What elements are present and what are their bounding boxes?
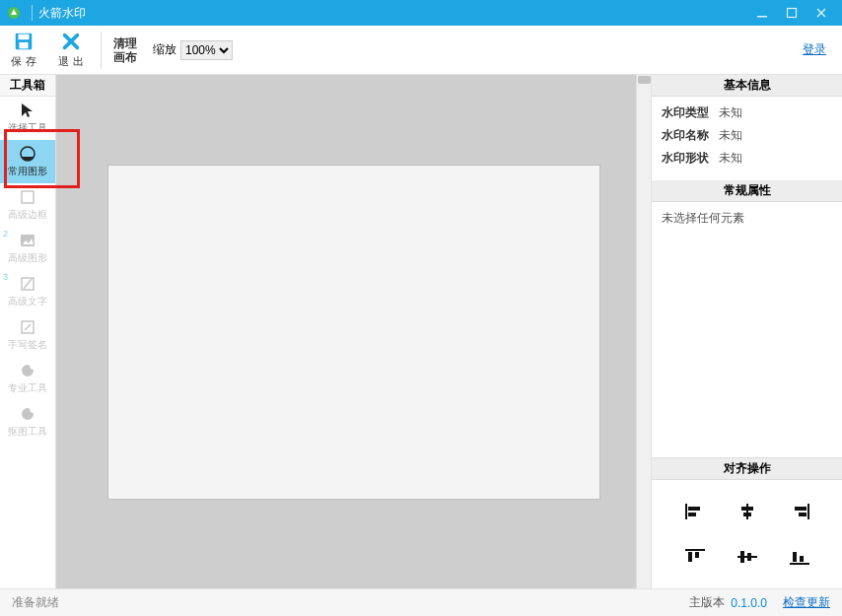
svg-rect-28 — [800, 556, 804, 562]
exit-button[interactable]: 退 出 — [47, 26, 95, 75]
pen-icon — [19, 318, 36, 336]
exit-label: 退 出 — [58, 54, 83, 69]
clear-line2: 画布 — [113, 50, 137, 64]
save-label: 保 存 — [11, 54, 35, 69]
svg-rect-21 — [688, 552, 692, 562]
normal-props-header: 常规属性 — [652, 180, 842, 202]
align-left-button[interactable] — [671, 492, 718, 531]
prop-value: 未知 — [719, 104, 742, 121]
toolbox-sidebar: 工具箱 选择工具 常用图形 高级边框 2 高级图形 3 高级文字 手写签名 — [0, 75, 56, 588]
toolbox-header: 工具箱 — [0, 75, 55, 97]
close-icon — [60, 31, 82, 52]
tool-label: 常用图形 — [8, 165, 47, 178]
image-icon — [19, 232, 36, 249]
svg-rect-24 — [740, 551, 744, 563]
prop-label: 水印名称 — [662, 127, 719, 144]
svg-rect-16 — [743, 513, 751, 516]
prop-row-type: 水印类型 未知 — [662, 104, 832, 121]
vertical-scrollbar[interactable] — [636, 75, 651, 588]
check-update-link[interactable]: 检查更新 — [783, 594, 830, 611]
basic-info-header: 基本信息 — [652, 75, 842, 97]
tool-label: 专业工具 — [8, 381, 47, 395]
svg-rect-13 — [688, 513, 696, 516]
cursor-icon — [19, 102, 36, 119]
statusbar: 准备就绪 主版本 0.1.0.0 检查更新 — [0, 588, 842, 616]
canvas-area[interactable] — [56, 75, 651, 588]
svg-rect-17 — [807, 504, 809, 519]
tool-label: 手写签名 — [8, 338, 47, 352]
align-header: 对齐操作 — [652, 458, 842, 480]
main-toolbar: 保 存 退 出 清理 画布 缩放 100% 登录 — [0, 26, 842, 75]
tool-label: 高级边框 — [8, 208, 47, 222]
svg-rect-20 — [685, 549, 705, 551]
zoom-control: 缩放 100% — [153, 40, 233, 60]
align-bottom-button[interactable] — [776, 537, 822, 577]
border-icon — [19, 188, 36, 206]
align-section: 对齐操作 — [652, 457, 842, 588]
palette-icon — [19, 362, 36, 379]
circle-icon — [19, 145, 36, 163]
svg-rect-5 — [19, 42, 28, 48]
prop-value: 未知 — [719, 127, 742, 144]
align-right-button[interactable] — [776, 492, 822, 531]
tool-label: 高级文字 — [8, 295, 47, 308]
svg-rect-15 — [741, 507, 753, 511]
prop-row-shape: 水印形状 未知 — [662, 150, 832, 167]
tool-advanced-shapes[interactable]: 2 高级图形 — [0, 227, 55, 270]
tool-signature[interactable]: 手写签名 — [0, 313, 55, 357]
tool-advanced-border[interactable]: 高级边框 — [0, 183, 55, 227]
mainver-label: 主版本 — [689, 594, 725, 611]
tool-advanced-text[interactable]: 3 高级文字 — [0, 270, 55, 313]
mainver-value: 0.1.0.0 — [731, 596, 767, 610]
svg-rect-12 — [688, 507, 700, 511]
status-ready: 准备就绪 — [12, 594, 59, 611]
clear-canvas-button[interactable]: 清理 画布 — [107, 36, 143, 64]
clear-line1: 清理 — [113, 36, 137, 50]
tool-label: 抠图工具 — [8, 425, 47, 439]
prop-label: 水印类型 — [662, 104, 719, 121]
svg-rect-2 — [788, 9, 797, 18]
minimize-button[interactable] — [747, 0, 777, 26]
tool-label: 高级图形 — [8, 251, 47, 265]
toolbar-separator — [101, 32, 102, 69]
close-button[interactable] — [807, 0, 836, 26]
svg-rect-7 — [22, 191, 34, 203]
svg-rect-25 — [747, 553, 751, 561]
titlebar-divider — [32, 5, 33, 21]
app-title: 火箭水印 — [38, 5, 86, 22]
text-icon — [19, 275, 36, 293]
tool-professional[interactable]: 专业工具 — [0, 357, 55, 400]
tool-badge: 3 — [3, 272, 8, 282]
align-center-h-button[interactable] — [724, 492, 770, 531]
svg-rect-19 — [799, 513, 807, 516]
svg-rect-11 — [685, 504, 687, 519]
align-top-button[interactable] — [671, 537, 718, 577]
normal-props-section: 未选择任何元素 — [652, 202, 842, 457]
svg-rect-8 — [21, 235, 35, 246]
zoom-label: 缩放 — [153, 41, 176, 58]
maximize-button[interactable] — [777, 0, 807, 26]
basic-info-section: 水印类型 未知 水印名称 未知 水印形状 未知 — [652, 97, 842, 180]
tool-select[interactable]: 选择工具 — [0, 97, 55, 140]
zoom-select[interactable]: 100% — [180, 40, 233, 60]
svg-rect-26 — [790, 563, 809, 565]
tool-cutout[interactable]: 抠图工具 — [0, 400, 55, 444]
save-button[interactable]: 保 存 — [0, 26, 47, 75]
align-center-v-button[interactable] — [724, 537, 770, 577]
prop-label: 水印形状 — [662, 150, 719, 167]
palette-icon — [19, 405, 36, 423]
tool-common-shapes[interactable]: 常用图形 — [0, 140, 55, 183]
prop-row-name: 水印名称 未知 — [662, 127, 832, 144]
svg-rect-14 — [746, 504, 748, 519]
prop-value: 未知 — [719, 150, 742, 167]
tool-label: 选择工具 — [8, 121, 47, 135]
svg-rect-27 — [793, 552, 797, 562]
properties-panel: 基本信息 水印类型 未知 水印名称 未知 水印形状 未知 常规属性 未选择任何元… — [651, 75, 842, 588]
empty-selection-text: 未选择任何元素 — [662, 211, 744, 225]
save-icon — [13, 31, 35, 52]
login-link[interactable]: 登录 — [803, 41, 826, 58]
canvas[interactable] — [107, 165, 600, 500]
svg-rect-22 — [695, 552, 699, 558]
svg-rect-1 — [757, 16, 767, 18]
svg-rect-4 — [19, 34, 30, 40]
